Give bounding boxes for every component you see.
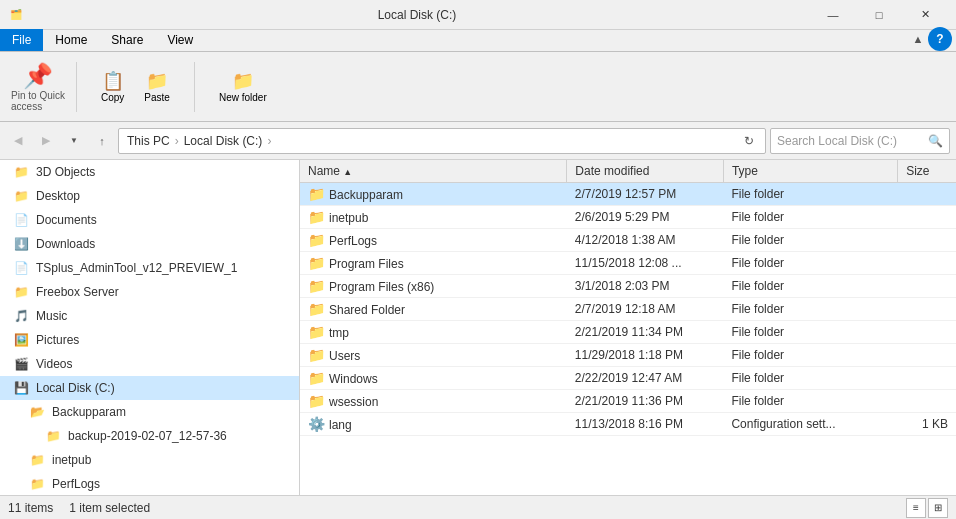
sidebar-label-8: Videos	[36, 357, 72, 371]
file-table-header: Name ▲ Date modified Type Size	[300, 160, 956, 183]
cell-date-9: 2/21/2019 11:36 PM	[567, 390, 724, 413]
cell-date-5: 2/7/2019 12:18 AM	[567, 298, 724, 321]
address-box[interactable]: This PC › Local Disk (C:) › ↻	[118, 128, 766, 154]
cell-name-6: 📁tmp	[300, 321, 567, 344]
new-folder-button[interactable]: 📁New folder	[211, 66, 275, 107]
cell-size-7	[898, 344, 956, 367]
selection-info: 1 item selected	[69, 501, 150, 515]
ribbon-expand-button[interactable]: ▲	[908, 29, 928, 49]
sidebar-label-7: Pictures	[36, 333, 79, 347]
sidebar-icon-0: 📁	[12, 163, 30, 181]
maximize-button[interactable]: □	[856, 0, 902, 30]
sidebar-item-1[interactable]: 📁Desktop	[0, 184, 299, 208]
help-button[interactable]: ?	[928, 27, 952, 51]
sidebar-label-5: Freebox Server	[36, 285, 119, 299]
cell-name-4: 📁Program Files (x86)	[300, 275, 567, 298]
sidebar-item-10[interactable]: 📂Backupparam	[0, 400, 299, 424]
title-bar: 🗂️ Local Disk (C:) — □ ✕	[0, 0, 956, 30]
cell-size-3	[898, 252, 956, 275]
tab-share[interactable]: Share	[99, 29, 155, 51]
sidebar-item-7[interactable]: 🖼️Pictures	[0, 328, 299, 352]
cell-date-7: 11/29/2018 1:18 PM	[567, 344, 724, 367]
col-header-size[interactable]: Size	[898, 160, 956, 183]
sidebar-label-12: inetpub	[52, 453, 91, 467]
sidebar-label-13: PerfLogs	[52, 477, 100, 491]
sidebar-icon-13: 📁	[28, 475, 46, 493]
title-bar-icons: 🗂️	[8, 7, 24, 23]
sidebar-item-6[interactable]: 🎵Music	[0, 304, 299, 328]
col-header-date[interactable]: Date modified	[567, 160, 724, 183]
content-area: Name ▲ Date modified Type Size 📁Backuppa…	[300, 160, 956, 495]
dropdown-button[interactable]: ▼	[62, 129, 86, 153]
sidebar-item-5[interactable]: 📁Freebox Server	[0, 280, 299, 304]
window-controls[interactable]: — □ ✕	[810, 0, 948, 30]
table-row[interactable]: 📁Program Files11/15/2018 12:08 ...File f…	[300, 252, 956, 275]
cell-size-5	[898, 298, 956, 321]
col-header-name[interactable]: Name ▲	[300, 160, 567, 183]
sidebar-item-12[interactable]: 📁inetpub	[0, 448, 299, 472]
sidebar-item-0[interactable]: 📁3D Objects	[0, 160, 299, 184]
sidebar-item-9[interactable]: 💾Local Disk (C:)	[0, 376, 299, 400]
table-row[interactable]: 📁Backupparam2/7/2019 12:57 PMFile folder	[300, 183, 956, 206]
table-row[interactable]: 📁PerfLogs4/12/2018 1:38 AMFile folder	[300, 229, 956, 252]
sidebar-icon-5: 📁	[12, 283, 30, 301]
table-row[interactable]: 📁inetpub2/6/2019 5:29 PMFile folder	[300, 206, 956, 229]
sidebar-label-6: Music	[36, 309, 67, 323]
sidebar-item-2[interactable]: 📄Documents	[0, 208, 299, 232]
table-row[interactable]: ⚙️lang11/13/2018 8:16 PMConfiguration se…	[300, 413, 956, 436]
sidebar-label-0: 3D Objects	[36, 165, 95, 179]
address-bar: ◀ ▶ ▼ ↑ This PC › Local Disk (C:) › ↻ Se…	[0, 122, 956, 160]
cell-name-8: 📁Windows	[300, 367, 567, 390]
copy-button[interactable]: 📋Copy	[93, 66, 132, 107]
minimize-button[interactable]: —	[810, 0, 856, 30]
ribbon-section-copy: 📋Copy 📁Paste	[85, 66, 186, 107]
cell-date-2: 4/12/2018 1:38 AM	[567, 229, 724, 252]
sidebar-item-3[interactable]: ⬇️Downloads	[0, 232, 299, 256]
file-table: Name ▲ Date modified Type Size 📁Backuppa…	[300, 160, 956, 436]
up-button[interactable]: ↑	[90, 129, 114, 153]
search-box[interactable]: Search Local Disk (C:) 🔍	[770, 128, 950, 154]
table-row[interactable]: 📁Windows2/22/2019 12:47 AMFile folder	[300, 367, 956, 390]
sidebar-icon-7: 🖼️	[12, 331, 30, 349]
details-view-button[interactable]: ≡	[906, 498, 926, 518]
sidebar: 📁3D Objects📁Desktop📄Documents⬇️Downloads…	[0, 160, 300, 495]
ribbon-section-new: 📁New folder	[203, 66, 283, 107]
table-row[interactable]: 📁Program Files (x86)3/1/2018 2:03 PMFile…	[300, 275, 956, 298]
tab-view[interactable]: View	[155, 29, 205, 51]
address-disk: Local Disk (C:)	[184, 134, 263, 148]
cell-size-8	[898, 367, 956, 390]
file-table-body: 📁Backupparam2/7/2019 12:57 PMFile folder…	[300, 183, 956, 436]
sidebar-icon-10: 📂	[28, 403, 46, 421]
refresh-button[interactable]: ↻	[741, 133, 757, 149]
tab-file[interactable]: File	[0, 29, 43, 51]
sidebar-icon-6: 🎵	[12, 307, 30, 325]
ribbon-bar: 📌 Pin to Quickaccess 📋Copy 📁Paste 📁New f…	[0, 52, 956, 122]
sidebar-item-4[interactable]: 📄TSplus_AdminTool_v12_PREVIEW_1	[0, 256, 299, 280]
sidebar-item-8[interactable]: 🎬Videos	[0, 352, 299, 376]
table-row[interactable]: 📁tmp2/21/2019 11:34 PMFile folder	[300, 321, 956, 344]
cell-name-9: 📁wsession	[300, 390, 567, 413]
cell-size-1	[898, 206, 956, 229]
cell-type-1: File folder	[723, 206, 897, 229]
cell-name-1: 📁inetpub	[300, 206, 567, 229]
sidebar-item-11[interactable]: 📁backup-2019-02-07_12-57-36	[0, 424, 299, 448]
back-button[interactable]: ◀	[6, 129, 30, 153]
close-button[interactable]: ✕	[902, 0, 948, 30]
table-row[interactable]: 📁Shared Folder2/7/2019 12:18 AMFile fold…	[300, 298, 956, 321]
sidebar-label-9: Local Disk (C:)	[36, 381, 115, 395]
forward-button[interactable]: ▶	[34, 129, 58, 153]
cell-date-1: 2/6/2019 5:29 PM	[567, 206, 724, 229]
table-row[interactable]: 📁wsession2/21/2019 11:36 PMFile folder	[300, 390, 956, 413]
col-header-type[interactable]: Type	[723, 160, 897, 183]
window-title: Local Disk (C:)	[24, 8, 810, 22]
cell-type-7: File folder	[723, 344, 897, 367]
sidebar-icon-9: 💾	[12, 379, 30, 397]
sidebar-icon-2: 📄	[12, 211, 30, 229]
paste-button[interactable]: 📁Paste	[136, 66, 178, 107]
cell-date-10: 11/13/2018 8:16 PM	[567, 413, 724, 436]
cell-type-10: Configuration sett...	[723, 413, 897, 436]
sidebar-item-13[interactable]: 📁PerfLogs	[0, 472, 299, 495]
tab-home[interactable]: Home	[43, 29, 99, 51]
tiles-view-button[interactable]: ⊞	[928, 498, 948, 518]
table-row[interactable]: 📁Users11/29/2018 1:18 PMFile folder	[300, 344, 956, 367]
